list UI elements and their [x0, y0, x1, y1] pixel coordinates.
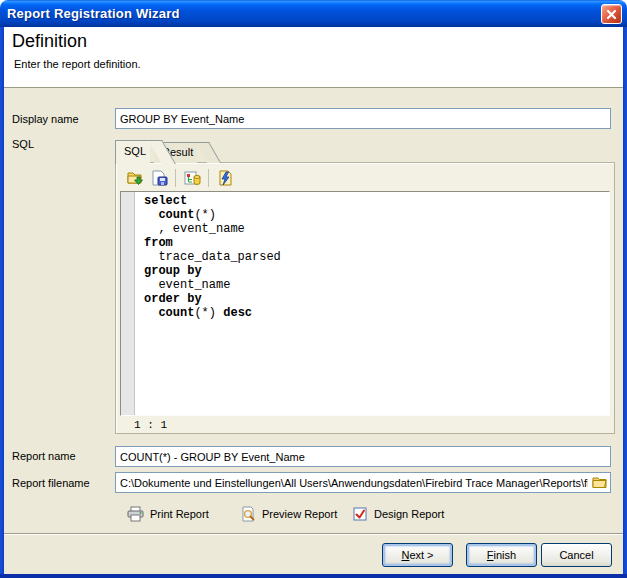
preview-icon [240, 506, 256, 522]
folder-icon [592, 476, 607, 488]
sql-label: SQL [12, 138, 34, 150]
print-report-link[interactable]: Print Report [127, 505, 209, 523]
display-name-label: Display name [12, 113, 79, 125]
sql-code[interactable]: select count(*) , event_namefrom trace_d… [136, 192, 609, 415]
report-filename-field [115, 472, 611, 493]
next-button[interactable]: Next > [382, 543, 453, 567]
report-registration-wizard-dialog: Report Registration Wizard Definition En… [0, 0, 627, 578]
toolbar-separator [175, 169, 176, 187]
toolbar-separator [208, 169, 209, 187]
report-filename-label: Report filename [12, 477, 90, 489]
window-title: Report Registration Wizard [0, 6, 180, 21]
query-plan-button[interactable] [180, 167, 204, 189]
report-name-label: Report name [12, 450, 76, 462]
editor-gutter [121, 192, 135, 415]
close-icon [606, 9, 617, 20]
titlebar[interactable]: Report Registration Wizard [0, 0, 627, 27]
design-report-link[interactable]: Design Report [352, 505, 444, 523]
report-filename-input[interactable] [115, 472, 611, 493]
display-name-input[interactable] [115, 108, 611, 129]
report-name-input[interactable] [115, 446, 611, 467]
browse-filename-button[interactable] [591, 475, 608, 489]
page-subtitle: Enter the report definition. [14, 58, 141, 70]
cancel-button[interactable]: Cancel [541, 543, 612, 567]
design-icon [352, 506, 368, 522]
query-plan-icon [182, 168, 202, 188]
window-border-bottom [0, 574, 627, 578]
finish-button[interactable]: Finish [466, 543, 537, 567]
close-button[interactable] [601, 4, 622, 24]
sql-tabstrip: SQL Result [115, 139, 197, 163]
execute-sql-button[interactable] [213, 167, 237, 189]
load-sql-button[interactable] [123, 167, 147, 189]
print-report-label: Print Report [150, 508, 209, 520]
wizard-header: Definition Enter the report definition. [4, 27, 623, 88]
execute-sql-icon [215, 168, 235, 188]
button-area-divider [4, 533, 623, 535]
caret-position: 1 : 1 [134, 419, 167, 431]
sql-tab-panel: select count(*) , event_namefrom trace_d… [115, 162, 615, 434]
print-icon [127, 506, 144, 522]
sql-editor[interactable]: select count(*) , event_namefrom trace_d… [120, 191, 610, 416]
window-border-right [623, 27, 627, 574]
tab-sql[interactable]: SQL [115, 140, 150, 164]
preview-report-link[interactable]: Preview Report [240, 505, 337, 523]
save-sql-icon [149, 168, 169, 188]
page-title: Definition [12, 31, 87, 52]
dialog-client-area: Definition Enter the report definition. … [4, 27, 623, 574]
design-report-label: Design Report [374, 508, 444, 520]
sql-toolbar [118, 165, 612, 191]
preview-report-label: Preview Report [262, 508, 337, 520]
load-sql-icon [125, 168, 145, 188]
save-sql-button[interactable] [147, 167, 171, 189]
